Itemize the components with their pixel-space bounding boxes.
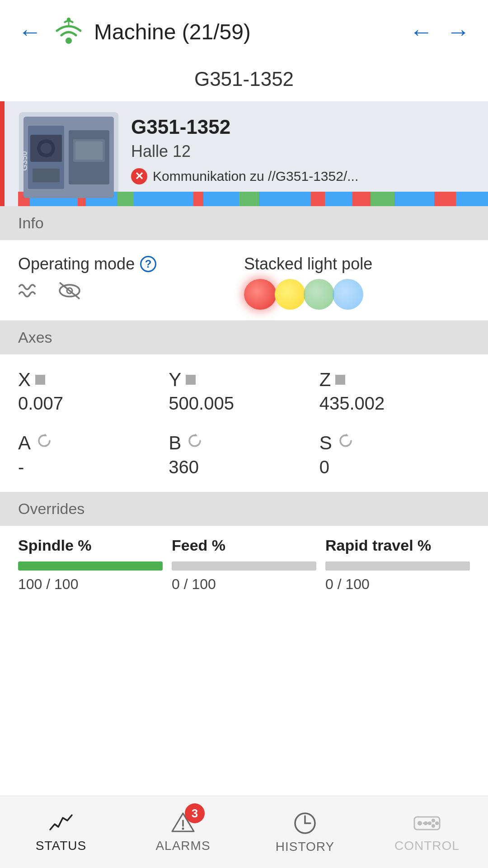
error-icon: ✕ bbox=[131, 168, 147, 184]
info-section: Operating mode ? Stacked light pole bbox=[0, 240, 488, 321]
nav-alarms[interactable]: 3 ALARMS bbox=[122, 796, 244, 868]
nav-prev-button[interactable]: ← bbox=[409, 18, 433, 45]
axis-square-indicator bbox=[186, 375, 196, 385]
operating-mode-label: Operating mode ? bbox=[18, 255, 244, 274]
axis-value: 360 bbox=[169, 457, 319, 477]
timeline-segment bbox=[456, 192, 488, 206]
axis-item: B360 bbox=[169, 432, 319, 477]
axis-label: B bbox=[169, 432, 319, 454]
help-icon[interactable]: ? bbox=[140, 256, 156, 272]
override-value: 100 / 100 bbox=[18, 576, 163, 593]
machine-info: G351-1352 Halle 12 ✕ Kommunikation zu //… bbox=[131, 112, 474, 206]
timeline-segment bbox=[203, 192, 239, 206]
axis-value: 435.002 bbox=[319, 393, 470, 414]
wave-icon bbox=[18, 279, 47, 302]
light-yellow bbox=[275, 279, 305, 310]
bottom-nav: STATUS 3 ALARMS HISTORY CO bbox=[0, 796, 488, 868]
alarms-badge: 3 bbox=[185, 803, 205, 823]
svg-point-0 bbox=[66, 38, 72, 44]
axis-value: - bbox=[18, 457, 169, 477]
timeline-segment bbox=[371, 192, 394, 206]
operating-mode-icons bbox=[18, 279, 244, 302]
svg-rect-28 bbox=[423, 822, 428, 824]
nav-alarms-label: ALARMS bbox=[155, 839, 210, 853]
svg-point-31 bbox=[432, 824, 435, 828]
nav-history[interactable]: HISTORY bbox=[244, 796, 366, 868]
overrides-section: Spindle %100 / 100Feed %0 / 100Rapid tra… bbox=[0, 526, 488, 611]
section-info-header: Info bbox=[0, 206, 488, 240]
override-item: Feed %0 / 100 bbox=[172, 537, 316, 593]
axis-rotate-icon bbox=[186, 432, 204, 454]
axis-label: S bbox=[319, 432, 470, 454]
axis-value: 0 bbox=[319, 457, 470, 477]
timeline-segment bbox=[352, 192, 371, 206]
signal-icon bbox=[51, 14, 87, 50]
axis-item: A- bbox=[18, 432, 169, 477]
history-icon bbox=[292, 811, 318, 836]
override-label: Rapid travel % bbox=[325, 537, 470, 554]
nav-next-button[interactable]: → bbox=[446, 18, 470, 45]
header: ← Machine (21/59) ← → bbox=[0, 0, 488, 59]
override-bar-bg bbox=[172, 561, 316, 571]
svg-point-29 bbox=[432, 819, 435, 822]
page-subtitle: G351-1352 bbox=[0, 59, 488, 101]
axis-rotate-icon bbox=[35, 432, 53, 454]
light-red bbox=[244, 279, 277, 310]
timeline-segment bbox=[311, 192, 325, 206]
nav-control[interactable]: CONTROL bbox=[366, 796, 488, 868]
svg-point-1 bbox=[67, 18, 70, 21]
svg-point-26 bbox=[418, 821, 422, 826]
page-title: Machine (21/59) bbox=[94, 19, 409, 44]
machine-error: ✕ Kommunikation zu //G351-1352/... bbox=[131, 168, 474, 184]
eye-slash-icon bbox=[56, 279, 83, 302]
nav-history-label: HISTORY bbox=[276, 840, 334, 854]
nav-control-label: CONTROL bbox=[394, 839, 460, 853]
timeline-segment bbox=[394, 192, 434, 206]
light-green bbox=[304, 279, 334, 310]
info-row: Operating mode ? Stacked light pole bbox=[18, 255, 470, 310]
svg-point-8 bbox=[41, 143, 52, 154]
axis-label: Y bbox=[169, 369, 319, 391]
light-pole-col: Stacked light pole bbox=[244, 255, 470, 310]
axis-label: A bbox=[18, 432, 169, 454]
svg-point-30 bbox=[435, 821, 439, 825]
timeline-segment bbox=[259, 192, 311, 206]
override-item: Rapid travel %0 / 100 bbox=[325, 537, 470, 593]
svg-point-21 bbox=[182, 827, 184, 830]
axis-value: 500.005 bbox=[169, 393, 319, 414]
header-nav: ← → bbox=[409, 18, 470, 45]
axis-label: X bbox=[18, 369, 169, 391]
light-blue bbox=[333, 279, 363, 310]
axis-item: Y500.005 bbox=[169, 369, 319, 414]
axis-square-indicator bbox=[35, 375, 45, 385]
override-item: Spindle %100 / 100 bbox=[18, 537, 163, 593]
axis-item: X0.007 bbox=[18, 369, 169, 414]
override-bar-bg bbox=[325, 561, 470, 571]
nav-status-label: STATUS bbox=[36, 839, 86, 853]
overrides-grid: Spindle %100 / 100Feed %0 / 100Rapid tra… bbox=[18, 526, 470, 593]
svg-rect-10 bbox=[75, 142, 103, 160]
axes-grid: X0.007Y500.005Z435.002A-B360S0 bbox=[0, 354, 488, 492]
error-text: Kommunikation zu //G351-1352/... bbox=[153, 169, 358, 184]
section-axes-header: Axes bbox=[0, 321, 488, 354]
nav-status[interactable]: STATUS bbox=[0, 796, 122, 868]
override-label: Spindle % bbox=[18, 537, 163, 554]
axis-item: S0 bbox=[319, 432, 470, 477]
axis-label: Z bbox=[319, 369, 470, 391]
svg-text:G350: G350 bbox=[23, 151, 29, 171]
section-overrides-header: Overrides bbox=[0, 492, 488, 526]
back-button[interactable]: ← bbox=[18, 20, 42, 43]
override-bar-fill bbox=[18, 561, 163, 571]
svg-rect-11 bbox=[33, 169, 60, 182]
axis-value: 0.007 bbox=[18, 393, 169, 414]
machine-location: Halle 12 bbox=[131, 142, 474, 161]
status-icon bbox=[48, 811, 74, 835]
override-label: Feed % bbox=[172, 537, 316, 554]
control-icon bbox=[413, 811, 441, 835]
axis-item: Z435.002 bbox=[319, 369, 470, 414]
timeline-segment bbox=[239, 192, 259, 206]
machine-name: G351-1352 bbox=[131, 116, 474, 138]
override-bar-bg bbox=[18, 561, 163, 571]
timeline-segment bbox=[434, 192, 456, 206]
operating-mode-col: Operating mode ? bbox=[18, 255, 244, 302]
